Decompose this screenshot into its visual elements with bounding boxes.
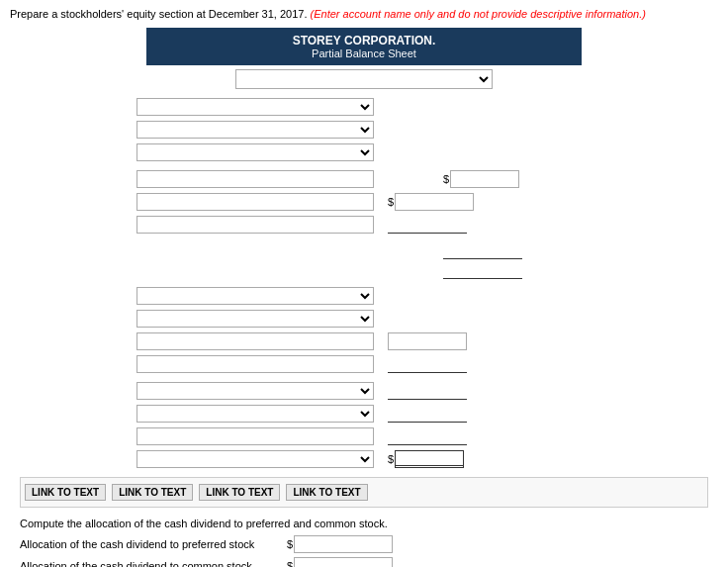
form-row-6 (136, 215, 592, 235)
form-row-7 (136, 241, 592, 279)
amount-field-7[interactable] (388, 355, 467, 373)
instruction: Prepare a stockholders' equity section a… (10, 8, 718, 20)
text-field-4[interactable] (136, 170, 374, 188)
amount-field-10[interactable] (388, 427, 467, 445)
dropdown-2[interactable] (136, 121, 374, 139)
page-wrapper: Prepare a stockholders' equity section a… (0, 0, 728, 567)
company-name: STOREY CORPORATION. (156, 34, 572, 47)
instruction-italic: (Enter account name only and do not prov… (311, 8, 646, 20)
compute-common-label: Allocation of the cash dividend to commo… (20, 560, 287, 567)
form-row-11 (136, 354, 592, 374)
dollar-sign-3: $ (388, 453, 394, 465)
link-btn-4[interactable]: LINK TO TEXT (286, 484, 367, 501)
form-row-9 (136, 309, 592, 329)
text-field-11[interactable] (136, 355, 374, 373)
text-field-14[interactable] (136, 427, 374, 445)
dollar-sign-common: $ (287, 560, 293, 567)
dropdown-7[interactable] (136, 405, 374, 423)
preferred-amount-input[interactable] (294, 535, 393, 553)
dropdown-1[interactable] (136, 98, 374, 116)
amount-field-2[interactable] (395, 193, 474, 211)
dropdown-3[interactable] (136, 143, 374, 161)
dropdown-6[interactable] (136, 382, 374, 400)
form-row-15: $ (136, 449, 592, 469)
dropdown-5[interactable] (136, 310, 374, 328)
header-dropdown[interactable] (235, 69, 493, 89)
link-btn-1[interactable]: LINK TO TEXT (25, 484, 106, 501)
form-row-10 (136, 331, 592, 351)
amount-field-9[interactable] (388, 405, 467, 423)
dropdown-8[interactable] (136, 450, 374, 468)
form-row-14 (136, 426, 592, 446)
form-row-1 (136, 97, 592, 117)
compute-title: Compute the allocation of the cash divid… (20, 518, 708, 529)
form-row-13 (136, 404, 592, 424)
form-row-12 (136, 381, 592, 401)
form-row-8 (136, 286, 592, 306)
form-row-5: $ (136, 192, 592, 212)
company-header: STOREY CORPORATION. Partial Balance Shee… (146, 28, 582, 65)
amount-field-6[interactable] (388, 332, 467, 350)
amount-field-4[interactable] (443, 241, 522, 259)
dollar-sign-preferred: $ (287, 538, 293, 550)
common-amount-input[interactable] (294, 557, 393, 567)
text-field-10[interactable] (136, 332, 374, 350)
text-field-6[interactable] (136, 216, 374, 234)
report-title: Partial Balance Sheet (156, 47, 572, 59)
link-btn-2[interactable]: LINK TO TEXT (112, 484, 193, 501)
dropdown-4[interactable] (136, 287, 374, 305)
dollar-sign-2: $ (388, 196, 394, 208)
amount-field-5[interactable] (443, 261, 522, 279)
compute-section: Compute the allocation of the cash divid… (20, 518, 708, 567)
form-row-3 (136, 142, 592, 162)
form-row-4: $ (136, 169, 592, 189)
compute-preferred-label: Allocation of the cash dividend to prefe… (20, 538, 287, 550)
dollar-sign-1: $ (443, 173, 449, 185)
compute-common-row: Allocation of the cash dividend to commo… (20, 557, 708, 567)
compute-preferred-row: Allocation of the cash dividend to prefe… (20, 535, 708, 553)
main-form: $ $ (136, 97, 592, 469)
link-btn-3[interactable]: LINK TO TEXT (199, 484, 280, 501)
amount-field-1[interactable] (450, 170, 519, 188)
header-dropdown-row (146, 69, 582, 89)
link-buttons-row: LINK TO TEXT LINK TO TEXT LINK TO TEXT L… (20, 477, 708, 508)
instruction-main: Prepare a stockholders' equity section a… (10, 8, 308, 20)
amount-field-8[interactable] (388, 382, 467, 400)
text-field-5[interactable] (136, 193, 374, 211)
total-field[interactable] (395, 450, 464, 468)
form-row-2 (136, 120, 592, 140)
amount-field-3[interactable] (388, 216, 467, 234)
